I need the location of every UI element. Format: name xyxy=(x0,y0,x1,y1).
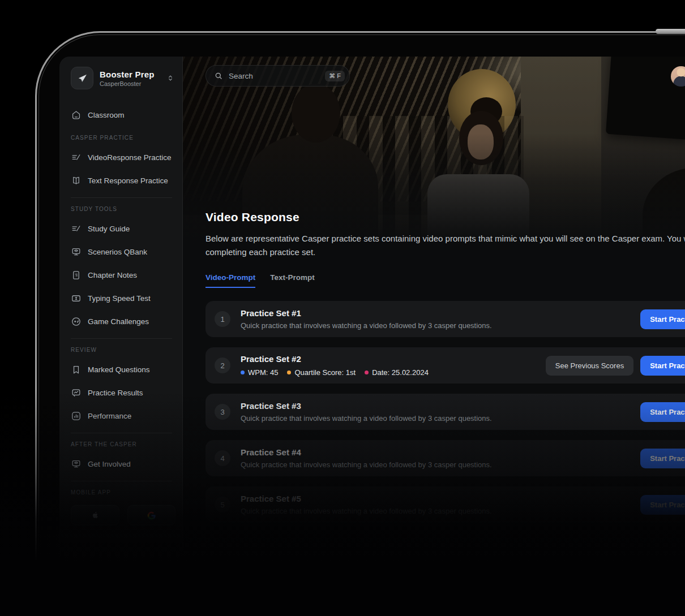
game-controller-icon xyxy=(71,316,82,327)
sidebar-item-label: VideoResponse Practice xyxy=(88,153,172,162)
sidebar-item-chapter-notes[interactable]: Chapter Notes xyxy=(71,264,175,287)
search-icon xyxy=(214,71,223,80)
google-icon xyxy=(147,511,156,520)
start-practice-button[interactable]: Start Practice xyxy=(640,449,685,468)
practice-set-list: 1 Practice Set #1 Quick practice that in… xyxy=(206,301,685,523)
sidebar-item-classroom[interactable]: Classroom xyxy=(71,104,175,127)
sidebar-item-video-response-practice[interactable]: VideoResponse Practice xyxy=(71,146,175,169)
sidebar-divider xyxy=(71,433,172,433)
section-label-study-tools: STUDY TOOLS xyxy=(71,206,175,215)
sidebar-item-label: Chapter Notes xyxy=(88,271,137,279)
sidebar-item-label: Typing Speed Test xyxy=(88,294,151,303)
practice-set-title: Practice Set #5 xyxy=(241,494,640,503)
practice-set-number-badge: 5 xyxy=(215,497,230,512)
stat-wpm: WPM: 45 xyxy=(241,368,278,377)
practice-set-number-badge: 4 xyxy=(215,450,230,466)
quiz-lines-icon xyxy=(71,223,82,234)
prompt-tabs: Video-Prompt Text-Prompt xyxy=(206,273,685,288)
document-icon xyxy=(71,270,82,281)
section-label-mobile-app: MOBILE APP xyxy=(71,489,175,498)
sidebar-item-marked-questions[interactable]: Marked Questions xyxy=(71,358,175,381)
device-camera-housing xyxy=(656,29,685,34)
sidebar-item-scenerios-qbank[interactable]: Scenerios QBank xyxy=(71,240,175,264)
sidebar: Booster Prep CasperBooster Classroom CAS… xyxy=(59,57,183,616)
search-bar[interactable]: ⌘ F xyxy=(206,65,350,87)
start-practice-button[interactable]: Start Practice xyxy=(640,495,685,515)
sidebar-item-label: Classroom xyxy=(88,111,125,119)
sidebar-item-label: Game Challenges xyxy=(88,317,149,326)
orange-dot-icon xyxy=(287,371,291,374)
google-play-button[interactable] xyxy=(127,505,176,525)
keyboard-key-icon xyxy=(71,293,82,304)
practice-set-title: Practice Set #2 xyxy=(241,354,546,364)
chart-bubble-icon xyxy=(71,387,82,398)
practice-set-row-5: 5 Practice Set #5 Quick practice that in… xyxy=(206,486,685,523)
practice-set-description: Quick practice that involves watching a … xyxy=(241,321,640,330)
practice-set-row-4: 4 Practice Set #4 Quick practice that in… xyxy=(206,440,685,476)
brand-subtitle: CasperBooster xyxy=(100,80,166,87)
search-input[interactable] xyxy=(228,71,325,81)
practice-set-number-badge: 2 xyxy=(215,357,230,373)
sidebar-item-study-guide[interactable]: Study Guide xyxy=(71,217,175,240)
sidebar-item-label: Get Involved xyxy=(88,460,131,468)
practice-set-title: Practice Set #3 xyxy=(241,401,640,411)
tab-text-prompt[interactable]: Text-Prompt xyxy=(270,273,315,288)
practice-set-row-1: 1 Practice Set #1 Quick practice that in… xyxy=(206,301,685,337)
practice-set-stats: WPM: 45 Quartile Score: 1st Date: 25.02.… xyxy=(241,368,546,377)
section-label-after-the-casper: AFTER THE CASPER xyxy=(71,441,175,450)
page-description: Below are representative Casper practice… xyxy=(206,232,685,259)
app-window: Booster Prep CasperBooster Classroom CAS… xyxy=(59,57,685,616)
sidebar-item-typing-speed-test[interactable]: Typing Speed Test xyxy=(71,287,175,310)
sidebar-divider xyxy=(71,481,172,481)
brand-logo xyxy=(71,67,93,89)
sidebar-item-label: Marked Questions xyxy=(88,365,150,374)
bar-chart-icon xyxy=(71,411,82,421)
practice-set-title: Practice Set #4 xyxy=(241,447,640,457)
stat-quartile-score: Quartile Score: 1st xyxy=(287,368,356,377)
search-shortcut-badge: ⌘ F xyxy=(325,71,345,81)
rocket-icon xyxy=(76,72,88,84)
app-store-button[interactable] xyxy=(71,505,119,525)
sidebar-item-practice-results[interactable]: Practice Results xyxy=(71,381,175,404)
pink-dot-icon xyxy=(365,371,369,374)
sidebar-item-label: Practice Results xyxy=(88,389,143,397)
practice-set-row-2: 2 Practice Set #2 WPM: 45 Quartile Score… xyxy=(206,347,685,384)
quiz-lines-icon xyxy=(71,152,82,163)
sidebar-item-performance[interactable]: Performance xyxy=(71,404,175,428)
bookmark-icon xyxy=(71,364,82,375)
chevron-updown-icon[interactable] xyxy=(166,74,174,82)
home-icon xyxy=(71,110,82,120)
sidebar-divider xyxy=(71,197,172,198)
stat-date: Date: 25.02.2024 xyxy=(365,368,429,377)
sidebar-item-label: Performance xyxy=(88,412,131,420)
workspace-switcher[interactable]: Booster Prep CasperBooster xyxy=(71,65,175,91)
practice-set-title: Practice Set #1 xyxy=(241,308,640,318)
mobile-app-buttons xyxy=(71,505,175,525)
practice-set-description: Quick practice that involves watching a … xyxy=(241,460,640,469)
blue-dot-icon xyxy=(241,371,245,374)
monitor-gradcap-icon xyxy=(71,247,82,257)
practice-set-number-badge: 1 xyxy=(215,311,230,327)
sidebar-item-label: Scenerios QBank xyxy=(88,248,147,256)
practice-set-row-3: 3 Practice Set #3 Quick practice that in… xyxy=(206,394,685,430)
start-practice-button[interactable]: Start Practice xyxy=(640,402,685,422)
sidebar-item-get-involved[interactable]: Get Involved xyxy=(71,453,175,476)
section-label-review: REVIEW xyxy=(71,347,175,356)
sidebar-item-label: Study Guide xyxy=(88,225,130,233)
monitor-gradcap-icon xyxy=(71,459,82,469)
practice-set-description: Quick practice that involves watching a … xyxy=(241,507,640,515)
sidebar-item-text-response-practice[interactable]: Text Response Practice xyxy=(71,169,175,192)
see-previous-scores-button[interactable]: See Previous Scores xyxy=(546,356,633,376)
sidebar-item-game-challenges[interactable]: Game Challenges xyxy=(71,310,175,333)
tab-video-prompt[interactable]: Video-Prompt xyxy=(206,273,255,288)
start-practice-button[interactable]: Start Practice xyxy=(640,356,685,376)
brand-name: Booster Prep xyxy=(100,70,166,79)
section-label-casper-practice: CASPER PRACTICE xyxy=(71,135,175,144)
main-area: ⌘ F Video Response Below are representat… xyxy=(183,57,685,616)
start-practice-button[interactable]: Start Practice xyxy=(640,309,685,329)
apple-icon xyxy=(91,511,100,520)
practice-set-number-badge: 3 xyxy=(215,404,230,420)
page-title: Video Response xyxy=(206,64,685,224)
sidebar-item-label: Text Response Practice xyxy=(88,176,168,185)
practice-set-description: Quick practice that involves watching a … xyxy=(241,414,640,423)
